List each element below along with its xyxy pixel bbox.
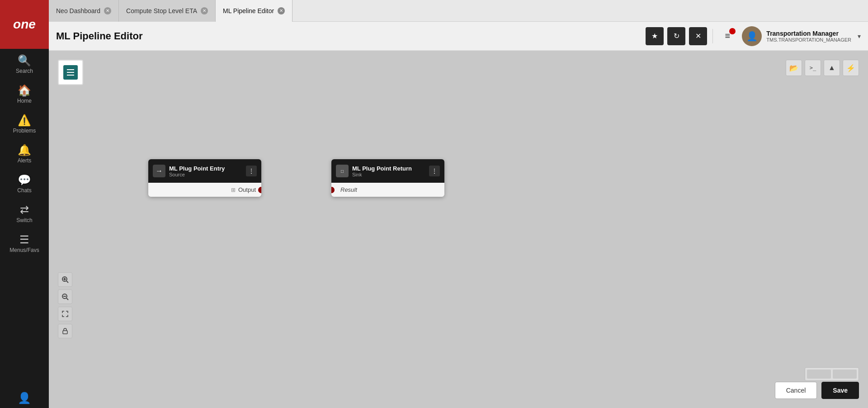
notification-dot bbox=[729, 28, 736, 34]
terminal-tool-button[interactable]: >_ bbox=[805, 60, 821, 76]
node-return-subtitle: Sink bbox=[352, 172, 425, 177]
node-return-icon: □ bbox=[336, 165, 349, 177]
node-entry-body: ⊞ Output bbox=[148, 183, 261, 197]
tab-neo-dashboard-close[interactable]: ✕ bbox=[104, 7, 111, 14]
svg-line-4 bbox=[66, 281, 68, 283]
node-entry-subtitle: Source bbox=[169, 172, 242, 177]
zoom-out-button[interactable] bbox=[58, 289, 72, 304]
tab-neo-dashboard-label: Neo Dashboard bbox=[56, 7, 100, 14]
close-button[interactable]: ✕ bbox=[689, 27, 707, 45]
svg-rect-10 bbox=[63, 331, 67, 334]
sidebar-label-problems: Problems bbox=[13, 128, 36, 134]
app-logo[interactable]: one bbox=[0, 0, 49, 49]
main-content: Neo Dashboard ✕ Compute Stop Level ETA ✕… bbox=[49, 0, 868, 408]
node-entry-menu-button[interactable]: ⋮ bbox=[246, 166, 257, 176]
node-return[interactable]: □ ML Plug Point Return Sink ⋮ Result bbox=[331, 159, 444, 197]
node-return-header: □ ML Plug Point Return Sink ⋮ bbox=[331, 159, 444, 183]
problems-icon: ⚠️ bbox=[18, 115, 31, 126]
page-header: ML Pipeline Editor ★ ↻ ✕ ≡ 👤 Transportat… bbox=[49, 22, 868, 51]
sidebar-label-menus: Menus/Favs bbox=[9, 247, 39, 253]
input-port[interactable] bbox=[331, 187, 335, 193]
cancel-button[interactable]: Cancel bbox=[775, 382, 817, 399]
canvas-toolbar: 📂 >_ ▲ ⚡ bbox=[786, 60, 859, 76]
tab-neo-dashboard[interactable]: Neo Dashboard ✕ bbox=[49, 0, 119, 22]
fit-view-button[interactable] bbox=[58, 307, 72, 321]
svg-rect-2 bbox=[67, 75, 74, 76]
lock-button[interactable] bbox=[58, 324, 72, 338]
switch-icon: ⇄ bbox=[20, 204, 29, 215]
alerts-icon: 🔔 bbox=[18, 145, 31, 156]
deploy-tool-button[interactable]: ▲ bbox=[824, 60, 840, 76]
zoom-controls bbox=[58, 272, 72, 338]
sidebar-item-home[interactable]: 🏠 Home bbox=[0, 79, 49, 109]
node-return-title: ML Plug Point Return bbox=[352, 165, 425, 172]
header-actions: ★ ↻ ✕ ≡ bbox=[646, 27, 736, 45]
node-entry-port-label: Output bbox=[238, 186, 256, 193]
node-return-menu-button[interactable]: ⋮ bbox=[429, 166, 440, 176]
logo-text: one bbox=[13, 17, 36, 32]
sidebar-item-profile[interactable]: 👤 bbox=[0, 386, 49, 408]
tab-ml-close[interactable]: ✕ bbox=[278, 7, 285, 14]
tab-compute-stop-level-eta[interactable]: Compute Stop Level ETA ✕ bbox=[119, 0, 216, 22]
sidebar-label-alerts: Alerts bbox=[18, 157, 32, 164]
minimap-block-2 bbox=[833, 370, 857, 379]
zoom-in-button[interactable] bbox=[58, 272, 72, 287]
node-entry[interactable]: → ML Plug Point Entry Source ⋮ ⊞ Output bbox=[148, 159, 261, 197]
user-section[interactable]: 👤 Transportation Manager TMS.TRANSPORTAT… bbox=[742, 26, 861, 46]
sidebar-label-search: Search bbox=[16, 68, 33, 74]
output-port[interactable] bbox=[258, 187, 261, 193]
search-icon: 🔍 bbox=[18, 55, 31, 66]
chats-icon: 💬 bbox=[18, 175, 31, 185]
svg-line-8 bbox=[66, 298, 68, 300]
minimap-block-1 bbox=[807, 370, 831, 379]
menus-icon: ☰ bbox=[19, 234, 29, 245]
sidebar-item-chats[interactable]: 💬 Chats bbox=[0, 168, 49, 198]
user-chevron-icon: ▾ bbox=[858, 33, 861, 40]
minimap bbox=[805, 367, 859, 381]
sidebar-item-switch[interactable]: ⇄ Switch bbox=[0, 198, 49, 228]
output-icon: ⊞ bbox=[231, 187, 236, 193]
node-return-title-area: ML Plug Point Return Sink bbox=[352, 165, 425, 177]
sidebar-item-alerts[interactable]: 🔔 Alerts bbox=[0, 138, 49, 168]
tab-compute-label: Compute Stop Level ETA bbox=[126, 7, 197, 14]
avatar: 👤 bbox=[742, 26, 762, 46]
svg-rect-0 bbox=[67, 69, 74, 70]
pipeline-panel-button[interactable] bbox=[58, 60, 83, 85]
node-entry-title: ML Plug Point Entry bbox=[169, 165, 242, 172]
tab-ml-pipeline-editor[interactable]: ML Pipeline Editor ✕ bbox=[216, 0, 292, 22]
user-name: Transportation Manager bbox=[766, 30, 851, 37]
user-role: TMS.TRANSPORTATION_MANAGER bbox=[766, 37, 851, 43]
menu-button[interactable]: ≡ bbox=[718, 27, 736, 45]
svg-rect-1 bbox=[67, 72, 74, 73]
run-tool-button[interactable]: ⚡ bbox=[843, 60, 859, 76]
bottom-actions: Cancel Save bbox=[775, 382, 859, 399]
tab-bar: Neo Dashboard ✕ Compute Stop Level ETA ✕… bbox=[49, 0, 868, 22]
pipeline-canvas[interactable]: 📂 >_ ▲ ⚡ → ML Plug Point Entry Source ⋮ … bbox=[49, 51, 868, 408]
node-return-port-label: Result bbox=[340, 186, 357, 193]
sidebar-label-chats: Chats bbox=[17, 187, 31, 194]
profile-icon: 👤 bbox=[18, 393, 31, 403]
sidebar-label-switch: Switch bbox=[16, 217, 32, 223]
refresh-button[interactable]: ↻ bbox=[667, 27, 685, 45]
sidebar-label-home: Home bbox=[17, 98, 32, 104]
sidebar-item-problems[interactable]: ⚠️ Problems bbox=[0, 109, 49, 138]
tab-ml-label: ML Pipeline Editor bbox=[223, 7, 274, 14]
node-entry-icon: → bbox=[153, 165, 165, 177]
page-title: ML Pipeline Editor bbox=[56, 30, 646, 42]
node-entry-title-area: ML Plug Point Entry Source bbox=[169, 165, 242, 177]
node-return-body: Result bbox=[331, 183, 444, 197]
star-button[interactable]: ★ bbox=[646, 27, 664, 45]
sidebar: one 🔍 Search 🏠 Home ⚠️ Problems 🔔 Alerts… bbox=[0, 0, 49, 408]
user-info: Transportation Manager TMS.TRANSPORTATIO… bbox=[766, 30, 851, 43]
sidebar-item-search[interactable]: 🔍 Search bbox=[0, 49, 49, 79]
tab-compute-close[interactable]: ✕ bbox=[201, 7, 208, 14]
node-entry-header: → ML Plug Point Entry Source ⋮ bbox=[148, 159, 261, 183]
pipeline-panel-icon bbox=[63, 65, 78, 80]
sidebar-item-menus[interactable]: ☰ Menus/Favs bbox=[0, 228, 49, 258]
save-button[interactable]: Save bbox=[821, 382, 859, 399]
folder-tool-button[interactable]: 📂 bbox=[786, 60, 802, 76]
home-icon: 🏠 bbox=[18, 85, 31, 96]
